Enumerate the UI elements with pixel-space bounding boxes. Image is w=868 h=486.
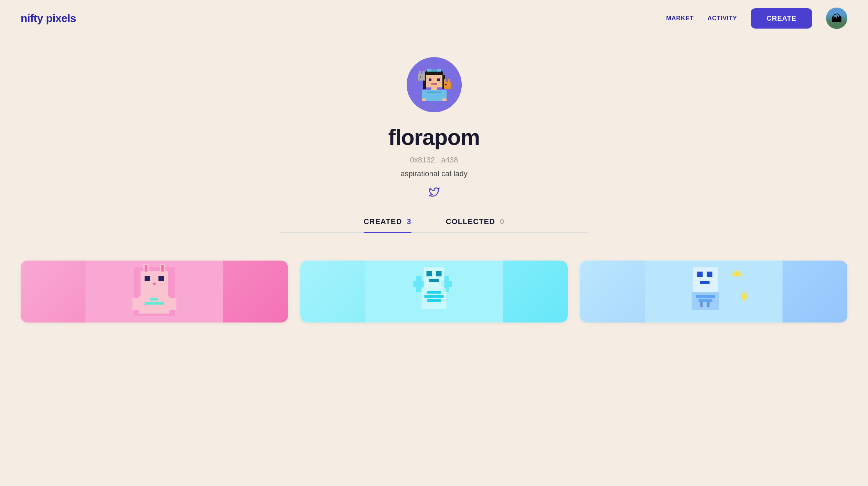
svg-rect-61 bbox=[732, 274, 743, 276]
svg-rect-25 bbox=[448, 79, 450, 83]
tab-created[interactable]: CREATED 3 bbox=[364, 217, 411, 232]
tab-created-label: CREATED bbox=[364, 217, 402, 226]
profile-address: 0x8132...a438 bbox=[410, 156, 458, 165]
svg-rect-10 bbox=[431, 70, 437, 72]
svg-rect-54 bbox=[429, 279, 439, 282]
nft-card-1[interactable] bbox=[21, 261, 288, 323]
profile-avatar bbox=[407, 57, 462, 112]
profile-username: florapom bbox=[388, 125, 480, 150]
svg-rect-15 bbox=[431, 83, 437, 85]
svg-rect-39 bbox=[159, 276, 164, 281]
svg-rect-7 bbox=[442, 72, 443, 75]
create-button[interactable]: CREATE bbox=[751, 8, 812, 29]
tab-collected-label: COLLECTED bbox=[446, 217, 495, 226]
svg-rect-37 bbox=[161, 265, 164, 272]
svg-rect-44 bbox=[150, 298, 159, 300]
svg-rect-36 bbox=[145, 265, 148, 272]
svg-rect-45 bbox=[145, 302, 164, 305]
svg-rect-18 bbox=[427, 92, 441, 93]
svg-rect-63 bbox=[743, 292, 746, 300]
svg-rect-57 bbox=[425, 295, 444, 298]
svg-rect-4 bbox=[426, 75, 442, 87]
svg-rect-56 bbox=[427, 291, 441, 294]
svg-rect-66 bbox=[707, 272, 712, 277]
svg-rect-48 bbox=[416, 276, 422, 292]
svg-rect-28 bbox=[419, 71, 421, 74]
svg-rect-30 bbox=[420, 76, 421, 78]
card-image-1 bbox=[21, 261, 288, 323]
svg-rect-12 bbox=[437, 78, 440, 81]
market-nav-link[interactable]: MARKET bbox=[666, 15, 694, 22]
svg-rect-6 bbox=[425, 72, 427, 75]
svg-rect-51 bbox=[424, 267, 444, 288]
profile-bio: aspirational cat lady bbox=[400, 169, 467, 178]
svg-rect-65 bbox=[697, 272, 703, 277]
svg-rect-9 bbox=[437, 69, 441, 72]
nav-right: MARKET ACTIVITY CREATE bbox=[666, 8, 847, 29]
tab-collected[interactable]: COLLECTED 0 bbox=[446, 217, 505, 232]
svg-rect-52 bbox=[427, 271, 432, 276]
svg-rect-43 bbox=[168, 298, 176, 310]
svg-rect-42 bbox=[132, 298, 141, 310]
activity-nav-link[interactable]: ACTIVITY bbox=[707, 15, 737, 22]
svg-rect-72 bbox=[699, 299, 712, 302]
svg-rect-24 bbox=[444, 79, 446, 83]
svg-rect-64 bbox=[693, 267, 718, 292]
svg-rect-22 bbox=[442, 98, 447, 101]
svg-rect-16 bbox=[431, 87, 437, 90]
svg-rect-38 bbox=[145, 276, 150, 281]
svg-rect-13 bbox=[427, 82, 429, 83]
svg-rect-11 bbox=[429, 78, 431, 81]
tab-created-count: 3 bbox=[407, 217, 411, 226]
svg-rect-14 bbox=[439, 82, 442, 83]
svg-rect-21 bbox=[422, 98, 426, 101]
tabs-section: CREATED 3 COLLECTED 0 bbox=[279, 207, 589, 233]
svg-rect-26 bbox=[445, 84, 447, 85]
nft-card-2[interactable] bbox=[300, 261, 568, 323]
cards-section bbox=[0, 247, 868, 336]
twitter-link[interactable] bbox=[429, 187, 440, 200]
user-avatar[interactable] bbox=[826, 8, 847, 29]
card-image-3 bbox=[580, 261, 847, 323]
svg-rect-27 bbox=[418, 74, 425, 81]
profile-section: florapom 0x8132...a438 aspirational cat … bbox=[0, 36, 868, 247]
tab-collected-count: 0 bbox=[500, 217, 504, 226]
svg-rect-29 bbox=[422, 71, 425, 74]
svg-rect-40 bbox=[153, 283, 156, 285]
svg-rect-8 bbox=[427, 69, 431, 72]
svg-rect-23 bbox=[444, 82, 451, 89]
header: nifty pixels MARKET ACTIVITY CREATE bbox=[0, 0, 868, 36]
svg-rect-53 bbox=[436, 271, 442, 276]
svg-rect-19 bbox=[422, 90, 426, 98]
svg-rect-67 bbox=[700, 281, 710, 284]
nft-card-3[interactable] bbox=[580, 261, 847, 323]
logo[interactable]: nifty pixels bbox=[21, 12, 76, 25]
svg-rect-71 bbox=[696, 295, 715, 298]
card-image-2 bbox=[300, 261, 568, 323]
svg-rect-58 bbox=[427, 299, 441, 302]
svg-rect-20 bbox=[442, 90, 447, 98]
